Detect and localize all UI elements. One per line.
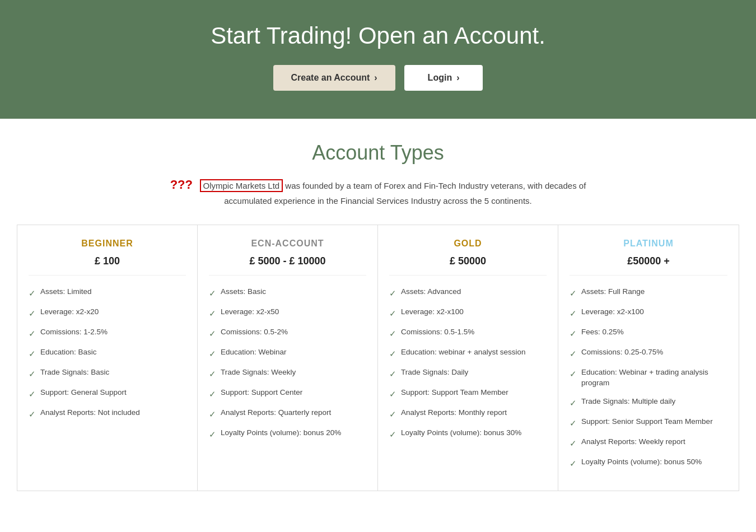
create-account-button[interactable]: Create an Account › <box>273 65 395 91</box>
hero-banner: Start Trading! Open an Account. Create a… <box>0 0 756 119</box>
check-icon: ✓ <box>209 368 216 380</box>
list-item: ✓Comissions: 1-2.5% <box>29 327 186 339</box>
list-item: ✓Education: Webinar <box>209 347 366 360</box>
hero-buttons: Create an Account › Login › <box>11 65 745 91</box>
platinum-card-title: PLATINUM <box>570 239 727 249</box>
list-item: ✓Support: Senior Support Team Member <box>570 417 727 429</box>
check-icon: ✓ <box>570 368 577 380</box>
list-item: ✓Support: Support Center <box>209 388 366 400</box>
beginner-card: BEGINNER £ 100 ✓Assets: Limited ✓Leverag… <box>17 225 198 491</box>
check-icon: ✓ <box>209 428 216 440</box>
list-item: ✓Assets: Basic <box>209 287 366 299</box>
list-item: ✓Analyst Reports: Not included <box>29 408 186 420</box>
list-item: ✓Education: Basic <box>29 347 186 360</box>
list-item: ✓Comissions: 0.25-0.75% <box>570 347 727 360</box>
check-icon: ✓ <box>29 287 36 299</box>
platinum-amount: £50000 + <box>570 255 727 276</box>
check-icon: ✓ <box>389 388 396 400</box>
check-icon: ✓ <box>209 287 216 299</box>
check-icon: ✓ <box>389 307 396 319</box>
mystery-label: ??? <box>170 178 193 192</box>
check-icon: ✓ <box>29 328 36 339</box>
check-icon: ✓ <box>29 348 36 360</box>
ecn-features: ✓Assets: Basic ✓Leverage: x2-x50 ✓Comiss… <box>209 287 366 440</box>
check-icon: ✓ <box>389 328 396 339</box>
check-icon: ✓ <box>389 287 396 299</box>
beginner-card-title: BEGINNER <box>29 239 186 249</box>
list-item: ✓Trade Signals: Basic <box>29 367 186 380</box>
check-icon: ✓ <box>570 307 577 319</box>
gold-card-title: GOLD <box>389 239 547 249</box>
section-description: ??? Olympic Markets Ltd was founded by a… <box>160 175 596 208</box>
list-item: ✓Leverage: x2-x20 <box>29 307 186 319</box>
list-item: ✓Analyst Reports: Weekly report <box>570 437 727 449</box>
list-item: ✓Leverage: x2-x100 <box>389 307 547 319</box>
list-item: ✓Analyst Reports: Monthly report <box>389 408 547 420</box>
list-item: ✓Assets: Limited <box>29 287 186 299</box>
beginner-amount: £ 100 <box>29 255 186 276</box>
section-title: Account Types <box>17 141 739 165</box>
list-item: ✓Comissions: 0.5-2% <box>209 327 366 339</box>
create-account-label: Create an Account <box>291 73 370 83</box>
ecn-card: ECN-ACCOUNT £ 5000 - £ 10000 ✓Assets: Ba… <box>198 225 378 491</box>
check-icon: ✓ <box>570 397 577 409</box>
list-item: ✓Support: General Support <box>29 388 186 400</box>
list-item: ✓Fees: 0.25% <box>570 327 727 339</box>
check-icon: ✓ <box>570 328 577 339</box>
login-button[interactable]: Login › <box>404 65 483 91</box>
ecn-card-title: ECN-ACCOUNT <box>209 239 366 249</box>
check-icon: ✓ <box>29 408 36 420</box>
check-icon: ✓ <box>389 408 396 420</box>
check-icon: ✓ <box>209 348 216 360</box>
check-icon: ✓ <box>29 388 36 400</box>
gold-features: ✓Assets: Advanced ✓Leverage: x2-x100 ✓Co… <box>389 287 547 440</box>
check-icon: ✓ <box>389 348 396 360</box>
check-icon: ✓ <box>570 287 577 299</box>
check-icon: ✓ <box>209 307 216 319</box>
list-item: ✓Leverage: x2-x50 <box>209 307 366 319</box>
ecn-amount: £ 5000 - £ 10000 <box>209 255 366 276</box>
hero-title: Start Trading! Open an Account. <box>11 22 745 49</box>
list-item: ✓Trade Signals: Daily <box>389 367 547 380</box>
check-icon: ✓ <box>389 428 396 440</box>
list-item: ✓Assets: Full Range <box>570 287 727 299</box>
list-item: ✓Comissions: 0.5-1.5% <box>389 327 547 339</box>
login-label: Login <box>428 73 452 83</box>
check-icon: ✓ <box>570 348 577 360</box>
platinum-features: ✓Assets: Full Range ✓Leverage: x2-x100 ✓… <box>570 287 727 469</box>
check-icon: ✓ <box>570 437 577 449</box>
list-item: ✓Leverage: x2-x100 <box>570 307 727 319</box>
create-chevron-icon: › <box>374 73 377 83</box>
list-item: ✓Loyalty Points (volume): bonus 50% <box>570 457 727 469</box>
list-item: ✓Education: webinar + analyst session <box>389 347 547 360</box>
check-icon: ✓ <box>570 417 577 429</box>
check-icon: ✓ <box>209 328 216 339</box>
list-item: ✓Education: Webinar + trading analysis p… <box>570 367 727 389</box>
check-icon: ✓ <box>389 368 396 380</box>
list-item: ✓Loyalty Points (volume): bonus 20% <box>209 428 366 440</box>
list-item: ✓Analyst Reports: Quarterly report <box>209 408 366 420</box>
gold-card: GOLD £ 50000 ✓Assets: Advanced ✓Leverage… <box>378 225 558 491</box>
list-item: ✓Assets: Advanced <box>389 287 547 299</box>
beginner-features: ✓Assets: Limited ✓Leverage: x2-x20 ✓Comi… <box>29 287 186 420</box>
account-cards-grid: BEGINNER £ 100 ✓Assets: Limited ✓Leverag… <box>17 225 739 491</box>
list-item: ✓Trade Signals: Multiple daily <box>570 396 727 409</box>
gold-amount: £ 50000 <box>389 255 547 276</box>
check-icon: ✓ <box>570 458 577 469</box>
list-item: ✓Trade Signals: Weekly <box>209 367 366 380</box>
list-item: ✓Support: Support Team Member <box>389 388 547 400</box>
company-name: Olympic Markets Ltd <box>200 179 283 192</box>
list-item: ✓Loyalty Points (volume): bonus 30% <box>389 428 547 440</box>
login-chevron-icon: › <box>456 73 459 83</box>
check-icon: ✓ <box>29 368 36 380</box>
check-icon: ✓ <box>209 388 216 400</box>
platinum-card: PLATINUM £50000 + ✓Assets: Full Range ✓L… <box>558 225 739 491</box>
check-icon: ✓ <box>29 307 36 319</box>
account-types-section: Account Types ??? Olympic Markets Ltd wa… <box>0 119 756 514</box>
check-icon: ✓ <box>209 408 216 420</box>
